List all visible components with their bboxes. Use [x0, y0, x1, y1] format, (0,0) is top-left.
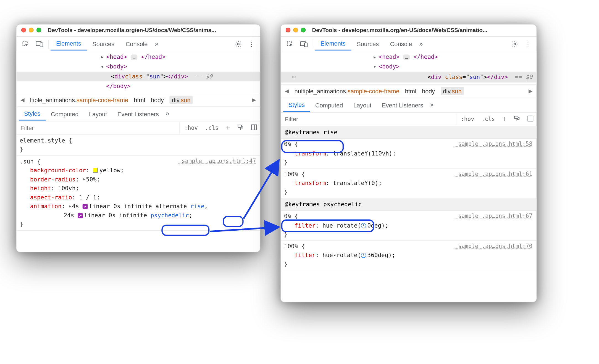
- dom-tree[interactable]: ▸<head> … </head> ▾<body> ⋯<div class="s…: [281, 51, 536, 84]
- tab-sources[interactable]: Sources: [87, 38, 120, 50]
- breadcrumb: ◀ nultiple_animations.sample-code-frame …: [281, 84, 536, 98]
- gear-icon[interactable]: [508, 39, 522, 49]
- easing-icon[interactable]: [83, 204, 88, 209]
- keyframes-psychedelic-header[interactable]: @keyframes psychedelic: [281, 198, 536, 211]
- breadcrumb-frame[interactable]: ltiple_animations.sample-code-frame: [30, 96, 128, 103]
- minimize-icon[interactable]: [29, 28, 33, 32]
- tab-event-listeners[interactable]: Event Listeners: [112, 108, 164, 120]
- add-rule-icon[interactable]: +: [499, 114, 509, 124]
- kebab-icon[interactable]: ⋮: [522, 39, 534, 49]
- add-rule-icon[interactable]: +: [223, 123, 233, 133]
- breadcrumb-frame[interactable]: nultiple_animations.sample-code-frame: [295, 88, 400, 94]
- element-actions-icon[interactable]: ⋯: [289, 72, 299, 82]
- styles-tabbar: Styles Computed Layout Event Listeners »: [16, 107, 260, 121]
- crumb-prev-icon[interactable]: ◀: [285, 88, 289, 94]
- tab-event-listeners[interactable]: Event Listeners: [377, 99, 429, 111]
- angle-icon[interactable]: [361, 253, 366, 258]
- styles-panel: @keyframes rise _sample_.ap…ons.html:58 …: [281, 126, 536, 270]
- zoom-icon[interactable]: [36, 28, 41, 32]
- decl-height: height: 100vh;: [20, 184, 257, 193]
- breadcrumb-body[interactable]: body: [422, 88, 435, 94]
- more-tabs-icon[interactable]: »: [153, 40, 160, 48]
- styles-panel: element.style { } _sample_.ap…ons.html:4…: [16, 135, 260, 230]
- tab-layout[interactable]: Layout: [84, 108, 112, 120]
- paint-icon[interactable]: [234, 123, 246, 133]
- crumb-next-icon[interactable]: ▶: [529, 88, 533, 94]
- dom-selected-element[interactable]: <div class="sun"></div> == $0: [16, 72, 260, 81]
- crumb-prev-icon[interactable]: ◀: [20, 97, 25, 103]
- window-title: DevTools - developer.mozilla.org/en-US/d…: [48, 27, 216, 33]
- styles-filterbar: :hov .cls +: [281, 112, 536, 126]
- paint-icon[interactable]: [511, 114, 523, 124]
- decl-background-color: background-color: yellow;: [20, 166, 257, 175]
- svg-rect-4: [238, 125, 241, 127]
- close-icon[interactable]: [286, 28, 290, 32]
- devtools-window-right: DevTools - developer.mozilla.org/en-US/d…: [280, 24, 537, 302]
- rule-rise-0[interactable]: _sample_.ap…ons.html:58 0% { transform: …: [281, 139, 536, 168]
- tab-console[interactable]: Console: [120, 38, 153, 50]
- minimize-icon[interactable]: [293, 28, 298, 32]
- rule-rise-100[interactable]: _sample_.ap…ons.html:61 100% { transform…: [281, 168, 536, 198]
- breadcrumb-divsun[interactable]: div.sun: [441, 87, 464, 95]
- gear-icon[interactable]: [232, 39, 245, 49]
- titlebar: DevTools - developer.mozilla.org/en-US/d…: [281, 24, 536, 37]
- kebab-icon[interactable]: ⋮: [245, 39, 258, 49]
- hov-button[interactable]: :hov: [182, 123, 201, 132]
- color-swatch-icon[interactable]: [93, 168, 98, 173]
- close-icon[interactable]: [21, 28, 26, 32]
- tab-styles[interactable]: Styles: [283, 98, 310, 112]
- tab-elements[interactable]: Elements: [315, 37, 351, 51]
- breadcrumb-html[interactable]: html: [134, 96, 145, 103]
- rule-source-link[interactable]: _sample_.ap…ons.html:47: [178, 157, 256, 165]
- svg-rect-12: [528, 116, 533, 121]
- keyframes-link-psychedelic[interactable]: psychedelic: [151, 212, 189, 218]
- more-panels-icon[interactable]: »: [429, 101, 435, 109]
- device-toggle-icon[interactable]: [297, 39, 311, 49]
- main-tabbar: Elements Sources Console » ⋮: [281, 37, 536, 51]
- svg-rect-2: [40, 43, 43, 47]
- main-tabbar: Elements Sources Console » ⋮: [16, 37, 260, 51]
- more-panels-icon[interactable]: »: [164, 110, 171, 117]
- tab-elements[interactable]: Elements: [51, 37, 87, 51]
- breadcrumb: ◀ ltiple_animations.sample-code-frame ht…: [16, 93, 260, 107]
- tab-computed[interactable]: Computed: [46, 108, 84, 120]
- rule-element-style[interactable]: element.style { }: [16, 135, 260, 155]
- divider: [313, 39, 313, 48]
- computed-toggle-icon[interactable]: [524, 114, 537, 124]
- keyframes-rise-header[interactable]: @keyframes rise: [281, 126, 536, 139]
- more-tabs-icon[interactable]: »: [418, 40, 425, 48]
- rule-sun[interactable]: _sample_.ap…ons.html:47 .sun { backgroun…: [16, 156, 260, 231]
- dom-selected-element[interactable]: ⋯<div class="sun"></div> == $0: [281, 72, 536, 82]
- titlebar: DevTools - developer.mozilla.org/en-US/d…: [16, 24, 260, 37]
- device-toggle-icon[interactable]: [32, 39, 47, 49]
- breadcrumb-divsun[interactable]: div.sun: [169, 96, 193, 104]
- crumb-next-icon[interactable]: ▶: [252, 97, 256, 103]
- cls-button[interactable]: .cls: [479, 115, 498, 123]
- zoom-icon[interactable]: [301, 28, 306, 32]
- tab-computed[interactable]: Computed: [310, 99, 348, 111]
- svg-rect-5: [251, 125, 257, 130]
- tab-sources[interactable]: Sources: [351, 38, 384, 50]
- cls-button[interactable]: .cls: [202, 123, 221, 132]
- tab-styles[interactable]: Styles: [19, 107, 46, 120]
- filter-input[interactable]: [16, 122, 180, 134]
- decl-border-radius: border-radius: ▸ 50%;: [20, 175, 257, 184]
- breadcrumb-body[interactable]: body: [151, 96, 164, 103]
- tab-console[interactable]: Console: [384, 38, 417, 50]
- decl-animation: animation: ▸ 4s linear 0s infinite alter…: [20, 202, 257, 211]
- rule-psy-0[interactable]: _sample_.ap…ons.html:67 0% { filter: hue…: [281, 211, 536, 241]
- keyframes-link-rise[interactable]: rise: [190, 203, 204, 209]
- easing-icon[interactable]: [78, 213, 83, 218]
- tab-layout[interactable]: Layout: [348, 99, 377, 111]
- styles-filterbar: :hov .cls +: [16, 121, 260, 135]
- breadcrumb-html[interactable]: html: [405, 88, 416, 94]
- filter-input[interactable]: [281, 113, 456, 125]
- traffic-lights: [286, 28, 306, 32]
- hov-button[interactable]: :hov: [458, 115, 477, 123]
- rule-psy-100[interactable]: _sample_.ap…ons.html:70 100% { filter: h…: [281, 241, 536, 270]
- angle-icon[interactable]: [361, 223, 366, 228]
- computed-toggle-icon[interactable]: [248, 123, 260, 133]
- inspect-icon[interactable]: [19, 39, 32, 49]
- inspect-icon[interactable]: [283, 39, 297, 49]
- dom-tree[interactable]: ▸<head> … </head> ▾<body> <div class="su…: [16, 51, 260, 93]
